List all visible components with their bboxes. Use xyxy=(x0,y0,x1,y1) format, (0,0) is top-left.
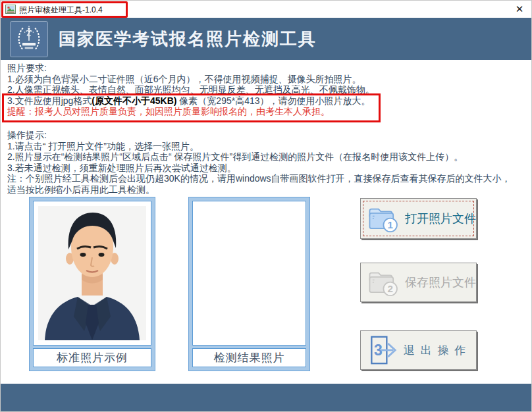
step-number-2: 2 xyxy=(387,283,392,294)
tip-line-3: 3.若未通过检测，须重新处理照片后再次尝试通过检测。 xyxy=(7,163,531,174)
exit-button[interactable]: 3 退 出 操 作 xyxy=(360,330,477,370)
exit-arrow-icon: 3 xyxy=(367,334,397,367)
tip-line-2: 2.照片显示在“检测结果照片“区域后点击“ 保存照片文件”得到通过检测的照片文件… xyxy=(7,151,531,163)
close-icon: ✕ xyxy=(516,3,524,15)
save-photo-button[interactable]: 2 保存照片文件 xyxy=(360,263,477,302)
tip-note-line-1: 注：个别照片经工具检测后会出现仍超30K的情况，请用windows自带画图软件打… xyxy=(7,173,531,184)
result-photo-label: 检测结果照片 xyxy=(192,348,306,367)
tips-heading: 操作提示: xyxy=(7,130,531,141)
page-title: 国家医学考试报名照片检测工具 xyxy=(59,18,317,60)
step-number-1: 1 xyxy=(387,219,392,230)
laurel-emblem-icon xyxy=(14,25,43,54)
save-button-label: 保存照片文件 xyxy=(405,274,476,290)
open-button-label: 打开照片文件 xyxy=(405,211,476,226)
exit-button-label: 退 出 操 作 xyxy=(404,343,467,358)
sample-photo-label: 标准照片示例 xyxy=(33,348,151,367)
tip-note-line-2: 适当按比例缩小后再用此工具检测。 xyxy=(7,184,531,195)
operation-tips: 操作提示: 1.请点击“ 打开照片文件”功能，选择一张照片。 2.照片显示在“检… xyxy=(7,130,531,195)
app-window: 照片审核处理工具-1.0.4 ✕ 国家医学考试报名照片检测工具 照片要求: 1.… xyxy=(0,0,532,412)
sample-portrait-photo xyxy=(38,206,146,340)
save-folder-icon: 2 xyxy=(367,267,400,298)
result-photo-frame: 检测结果照片 xyxy=(188,197,310,371)
close-button[interactable]: ✕ xyxy=(510,1,529,17)
sample-photo-area xyxy=(33,201,151,346)
title-bar: 照片审核处理工具-1.0.4 ✕ xyxy=(1,1,532,18)
requirement-highlight-box xyxy=(2,93,381,122)
app-header: 国家医学考试报名照片检测工具 xyxy=(1,18,532,60)
sample-photo-frame: 标准照片示例 xyxy=(29,197,155,371)
requirement-line-1: 1.必须为白色背景小二寸证件照（近6个月内），不得使用视频捕捉、摄像头所拍照片。 xyxy=(7,74,402,85)
nmec-logo xyxy=(10,21,48,57)
result-photo-area xyxy=(192,201,306,346)
open-folder-icon: 1 xyxy=(367,203,400,234)
tip-line-1: 1.请点击“ 打开照片文件”功能，选择一张照片。 xyxy=(7,141,531,152)
requirements-heading: 照片要求: xyxy=(7,63,402,74)
title-highlight-box xyxy=(1,1,128,18)
footer-bar xyxy=(1,384,532,412)
open-photo-button[interactable]: 1 打开照片文件 xyxy=(360,198,477,239)
